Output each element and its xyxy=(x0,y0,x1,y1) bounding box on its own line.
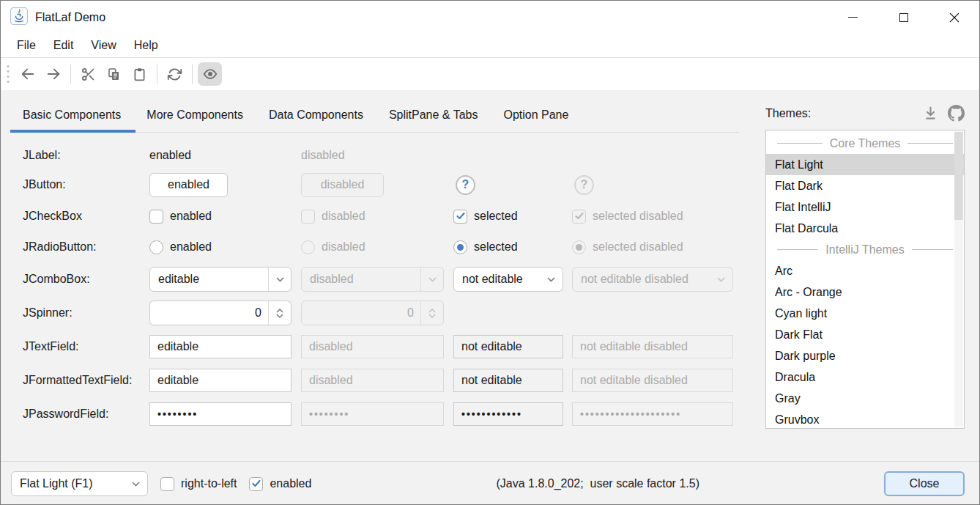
window-controls xyxy=(828,1,979,34)
radio-circle xyxy=(149,240,163,254)
tab-splitpane-tabs[interactable]: SplitPane & Tabs xyxy=(389,107,478,133)
cut-scissors-icon xyxy=(81,67,96,82)
lookandfeel-combobox[interactable]: Flat Light (F1) xyxy=(11,471,148,496)
toolbar-grip[interactable] xyxy=(7,64,10,84)
theme-item-dark-purple[interactable]: Dark purple xyxy=(766,345,964,366)
download-icon[interactable] xyxy=(923,106,938,121)
theme-item-flat-dark[interactable]: Flat Dark xyxy=(766,175,964,196)
toolbar xyxy=(1,58,979,90)
close-button[interactable]: Close xyxy=(884,471,965,496)
cut-button[interactable] xyxy=(76,62,100,86)
jcombobox-row: JComboBox: editable disabled not editabl… xyxy=(23,262,765,296)
chevron-down-icon xyxy=(547,277,555,282)
refresh-button[interactable] xyxy=(163,62,187,86)
combobox-not-editable[interactable]: not editable xyxy=(453,267,563,292)
java-app-icon xyxy=(10,7,28,28)
theme-item-arc-orange[interactable]: Arc - Orange xyxy=(766,281,964,303)
textfield-editable[interactable]: editable xyxy=(149,335,292,358)
radio-enabled[interactable]: enabled xyxy=(149,240,301,254)
tab-option-pane[interactable]: Option Pane xyxy=(503,107,568,133)
checkbox-box xyxy=(160,477,174,491)
title-bar: FlatLaf Demo xyxy=(1,1,979,34)
scrollbar-thumb[interactable] xyxy=(954,132,963,220)
checkbox-box xyxy=(301,210,315,224)
theme-item-cyan-light[interactable]: Cyan light xyxy=(766,303,964,324)
checkbox-box xyxy=(249,477,263,491)
theme-item-dracula[interactable]: Dracula xyxy=(766,366,964,388)
themes-scrollbar[interactable] xyxy=(954,131,963,427)
menu-edit[interactable]: Edit xyxy=(45,39,83,52)
checkbox-box xyxy=(149,210,163,224)
menu-help[interactable]: Help xyxy=(125,39,167,52)
themes-group-separator: IntelliJ Themes xyxy=(766,239,964,260)
right-to-left-checkbox[interactable]: right-to-left xyxy=(160,477,237,491)
minimize-icon xyxy=(848,17,858,18)
paste-button[interactable] xyxy=(127,62,152,86)
help-button-disabled: ? xyxy=(574,175,594,195)
radio-circle xyxy=(301,240,315,254)
spinner-enabled[interactable]: 0 xyxy=(149,301,292,325)
combobox-editable[interactable]: editable xyxy=(149,267,292,292)
minimize-button[interactable] xyxy=(828,1,878,34)
chevron-up-icon[interactable] xyxy=(276,309,283,313)
content-area: Basic Components More Components Data Co… xyxy=(1,90,979,461)
chevron-down-icon[interactable] xyxy=(276,314,283,318)
passwordfield-not-editable[interactable]: •••••••••••• xyxy=(453,402,563,426)
github-icon[interactable] xyxy=(948,105,965,122)
jtextfield-row: JTextField: editable disabled not editab… xyxy=(23,330,765,364)
maximize-button[interactable] xyxy=(878,1,929,34)
theme-item-flat-darcula[interactable]: Flat Darcula xyxy=(766,218,964,239)
jformattedtextfield-label: JFormattedTextField: xyxy=(23,374,149,387)
radio-selected[interactable]: selected xyxy=(453,240,572,254)
theme-item-flat-light[interactable]: Flat Light xyxy=(766,154,964,175)
toolbar-separator xyxy=(157,64,157,84)
passwordfield-disabled: •••••••• xyxy=(301,402,444,426)
disabled-button: disabled xyxy=(301,173,384,197)
checkbox-enabled[interactable]: enabled xyxy=(149,210,301,224)
jlabel-row: JLabel: enabled disabled xyxy=(23,142,765,169)
theme-item-flat-intellij[interactable]: Flat IntelliJ xyxy=(766,196,964,218)
enabled-checkbox[interactable]: enabled xyxy=(249,477,311,491)
tab-data-components[interactable]: Data Components xyxy=(269,107,363,133)
radio-disabled: disabled xyxy=(301,240,453,254)
menu-file[interactable]: File xyxy=(17,39,45,52)
formattedtextfield-editable[interactable]: editable xyxy=(149,369,292,392)
formattedtextfield-not-editable[interactable]: not editable xyxy=(453,369,563,392)
forward-button[interactable] xyxy=(41,62,65,86)
textfield-disabled: disabled xyxy=(301,335,444,358)
theme-item-arc[interactable]: Arc xyxy=(766,260,964,281)
checkmark-icon xyxy=(575,213,584,220)
checkmark-icon xyxy=(456,213,465,220)
theme-item-gruvbox[interactable]: Gruvbox xyxy=(766,409,964,429)
jlabel-disabled: disabled xyxy=(301,149,453,162)
themes-group-separator: Core Themes xyxy=(766,133,964,154)
enabled-button[interactable]: enabled xyxy=(149,173,228,197)
jlabel-enabled: enabled xyxy=(149,149,301,162)
back-button[interactable] xyxy=(15,62,40,86)
textfield-not-editable[interactable]: not editable xyxy=(453,335,563,358)
menu-view[interactable]: View xyxy=(82,39,125,52)
theme-item-dark-flat[interactable]: Dark Flat xyxy=(766,324,964,345)
jlabel-label: JLabel: xyxy=(23,149,149,162)
help-button[interactable]: ? xyxy=(456,175,475,195)
tab-more-components[interactable]: More Components xyxy=(146,107,243,133)
radio-selected-disabled: selected disabled xyxy=(572,240,740,254)
checkbox-selected[interactable]: selected xyxy=(453,210,572,224)
checkbox-selected-disabled: selected disabled xyxy=(572,210,740,224)
radio-circle xyxy=(572,240,586,254)
checkbox-disabled: disabled xyxy=(301,210,453,224)
passwordfield-editable[interactable]: •••••••• xyxy=(149,402,292,426)
tab-basic-components[interactable]: Basic Components xyxy=(23,107,121,133)
themes-panel: Themes: Core Themes Flat Light Flat Dark… xyxy=(765,90,979,461)
close-window-button[interactable] xyxy=(929,1,979,34)
radio-dot xyxy=(457,244,464,251)
theme-item-gray[interactable]: Gray xyxy=(766,388,964,409)
show-toggle-button[interactable] xyxy=(198,62,222,86)
refresh-icon xyxy=(167,67,182,82)
radio-circle xyxy=(453,240,467,254)
copy-button[interactable] xyxy=(102,62,126,86)
jtextfield-label: JTextField: xyxy=(23,340,149,353)
checkbox-box xyxy=(572,210,586,224)
tab-bar: Basic Components More Components Data Co… xyxy=(23,107,739,133)
jcombobox-label: JComboBox: xyxy=(23,273,149,286)
